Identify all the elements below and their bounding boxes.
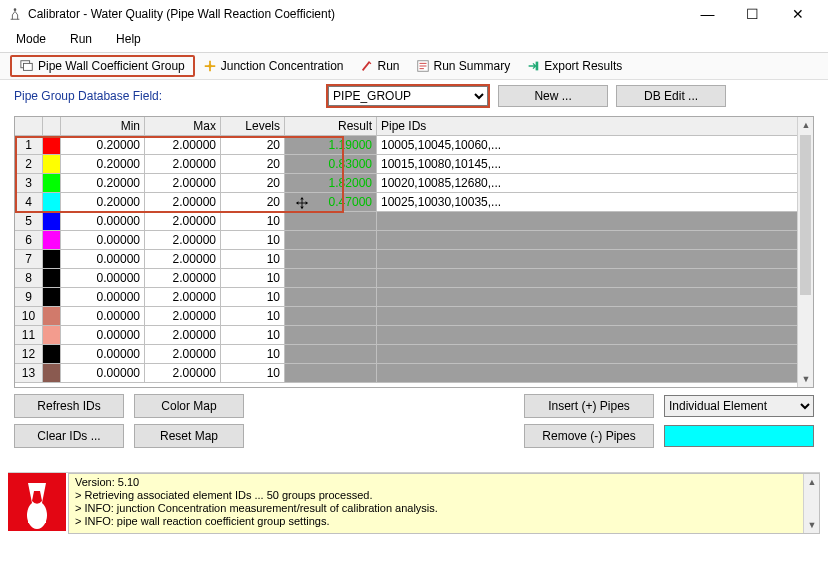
scroll-up-icon[interactable]: ▲ xyxy=(798,117,814,133)
row-levels[interactable]: 10 xyxy=(221,345,285,364)
tab-run[interactable]: Run xyxy=(352,57,408,75)
row-levels[interactable]: 10 xyxy=(221,307,285,326)
row-pipe-ids[interactable]: 10025,10030,10035,... xyxy=(377,193,813,212)
row-max[interactable]: 2.00000 xyxy=(145,174,221,193)
row-levels[interactable]: 10 xyxy=(221,288,285,307)
row-pipe-ids[interactable] xyxy=(377,345,813,364)
color-map-button[interactable]: Color Map xyxy=(134,394,244,418)
table-row[interactable]: 30.200002.00000201.8200010020,10085,1268… xyxy=(15,174,813,193)
header-pipe-ids[interactable]: Pipe IDs xyxy=(377,117,813,136)
refresh-ids-button[interactable]: Refresh IDs xyxy=(14,394,124,418)
row-color-cell[interactable] xyxy=(43,364,61,383)
row-pipe-ids[interactable] xyxy=(377,212,813,231)
table-row[interactable]: 80.000002.0000010 xyxy=(15,269,813,288)
minimize-button[interactable]: — xyxy=(685,0,730,28)
row-color-cell[interactable] xyxy=(43,136,61,155)
dbedit-button[interactable]: DB Edit ... xyxy=(616,85,726,107)
row-color-cell[interactable] xyxy=(43,212,61,231)
table-scrollbar[interactable]: ▲ ▼ xyxy=(797,117,813,387)
row-levels[interactable]: 10 xyxy=(221,269,285,288)
row-levels[interactable]: 20 xyxy=(221,174,285,193)
row-max[interactable]: 2.00000 xyxy=(145,155,221,174)
database-field-select[interactable]: PIPE_GROUP xyxy=(328,86,488,106)
menu-mode[interactable]: Mode xyxy=(12,30,50,48)
menu-run[interactable]: Run xyxy=(66,30,96,48)
row-min[interactable]: 0.00000 xyxy=(61,307,145,326)
row-min[interactable]: 0.00000 xyxy=(61,231,145,250)
clear-ids-button[interactable]: Clear IDs ... xyxy=(14,424,124,448)
log-scrollbar[interactable]: ▲ ▼ xyxy=(803,474,819,533)
row-pipe-ids[interactable] xyxy=(377,269,813,288)
row-max[interactable]: 2.00000 xyxy=(145,212,221,231)
row-levels[interactable]: 10 xyxy=(221,212,285,231)
row-pipe-ids[interactable] xyxy=(377,364,813,383)
row-max[interactable]: 2.00000 xyxy=(145,136,221,155)
table-row[interactable]: 20.200002.00000200.8300010015,10080,1014… xyxy=(15,155,813,174)
row-color-cell[interactable] xyxy=(43,193,61,212)
table-row[interactable]: 10.200002.00000201.1900010005,10045,1006… xyxy=(15,136,813,155)
tab-run-summary[interactable]: Run Summary xyxy=(408,57,519,75)
row-pipe-ids[interactable] xyxy=(377,307,813,326)
row-color-cell[interactable] xyxy=(43,345,61,364)
row-pipe-ids[interactable] xyxy=(377,250,813,269)
tab-junction-concentration[interactable]: Junction Concentration xyxy=(195,57,352,75)
row-pipe-ids[interactable]: 10005,10045,10060,... xyxy=(377,136,813,155)
row-min[interactable]: 0.00000 xyxy=(61,326,145,345)
row-color-cell[interactable] xyxy=(43,250,61,269)
table-row[interactable]: 90.000002.0000010 xyxy=(15,288,813,307)
reset-map-button[interactable]: Reset Map xyxy=(134,424,244,448)
header-levels[interactable]: Levels xyxy=(221,117,285,136)
row-min[interactable]: 0.20000 xyxy=(61,193,145,212)
row-levels[interactable]: 10 xyxy=(221,326,285,345)
tab-pipe-wall-coef-group[interactable]: Pipe Wall Coefficient Group xyxy=(10,55,195,77)
row-max[interactable]: 2.00000 xyxy=(145,231,221,250)
header-min[interactable]: Min xyxy=(61,117,145,136)
row-min[interactable]: 0.00000 xyxy=(61,364,145,383)
row-color-cell[interactable] xyxy=(43,326,61,345)
table-row[interactable]: 60.000002.0000010 xyxy=(15,231,813,250)
menu-help[interactable]: Help xyxy=(112,30,145,48)
row-color-cell[interactable] xyxy=(43,307,61,326)
row-color-cell[interactable] xyxy=(43,174,61,193)
header-result[interactable]: Result xyxy=(285,117,377,136)
row-levels[interactable]: 20 xyxy=(221,155,285,174)
row-pipe-ids[interactable]: 10020,10085,12680,... xyxy=(377,174,813,193)
row-min[interactable]: 0.00000 xyxy=(61,288,145,307)
row-max[interactable]: 2.00000 xyxy=(145,364,221,383)
row-max[interactable]: 2.00000 xyxy=(145,345,221,364)
row-pipe-ids[interactable] xyxy=(377,288,813,307)
scroll-up-icon[interactable]: ▲ xyxy=(804,474,820,490)
row-min[interactable]: 0.00000 xyxy=(61,212,145,231)
table-row[interactable]: 100.000002.0000010 xyxy=(15,307,813,326)
scroll-thumb[interactable] xyxy=(800,135,811,295)
row-color-cell[interactable] xyxy=(43,231,61,250)
row-color-cell[interactable] xyxy=(43,269,61,288)
table-row[interactable]: 120.000002.0000010 xyxy=(15,345,813,364)
row-levels[interactable]: 20 xyxy=(221,136,285,155)
table-row[interactable]: 70.000002.0000010 xyxy=(15,250,813,269)
row-levels[interactable]: 10 xyxy=(221,250,285,269)
header-max[interactable]: Max xyxy=(145,117,221,136)
row-min[interactable]: 0.00000 xyxy=(61,250,145,269)
scroll-down-icon[interactable]: ▼ xyxy=(798,371,814,387)
element-mode-select[interactable]: Individual Element xyxy=(664,395,814,417)
row-color-cell[interactable] xyxy=(43,155,61,174)
remove-pipes-button[interactable]: Remove (-) Pipes xyxy=(524,424,654,448)
close-button[interactable]: ✕ xyxy=(775,0,820,28)
table-row[interactable]: 110.000002.0000010 xyxy=(15,326,813,345)
row-pipe-ids[interactable] xyxy=(377,231,813,250)
row-levels[interactable]: 10 xyxy=(221,231,285,250)
row-max[interactable]: 2.00000 xyxy=(145,250,221,269)
row-color-cell[interactable] xyxy=(43,288,61,307)
row-max[interactable]: 2.00000 xyxy=(145,326,221,345)
row-levels[interactable]: 10 xyxy=(221,364,285,383)
row-min[interactable]: 0.20000 xyxy=(61,174,145,193)
row-min[interactable]: 0.20000 xyxy=(61,155,145,174)
scroll-down-icon[interactable]: ▼ xyxy=(804,517,820,533)
color-picker[interactable] xyxy=(664,425,814,447)
maximize-button[interactable]: ☐ xyxy=(730,0,775,28)
table-row[interactable]: 40.200002.00000200.4700010025,10030,1003… xyxy=(15,193,813,212)
row-min[interactable]: 0.20000 xyxy=(61,136,145,155)
row-max[interactable]: 2.00000 xyxy=(145,307,221,326)
row-max[interactable]: 2.00000 xyxy=(145,269,221,288)
